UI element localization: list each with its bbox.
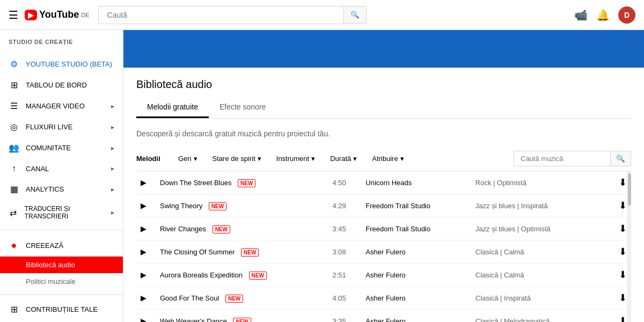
filter-gen-button[interactable]: Gen ▾ <box>173 151 203 166</box>
dashboard-icon: ⊞ <box>9 80 19 90</box>
new-badge: NEW <box>225 295 243 303</box>
song-artist: Freedom Trail Studio <box>361 194 471 217</box>
music-table: ▶ Down The Street Blues NEW 4:50 Unicorn… <box>136 171 631 322</box>
play-button[interactable]: ▶ <box>141 178 147 187</box>
sidebar-item-biblioteca[interactable]: Bibliotecă audio <box>0 257 123 273</box>
chevron-analytics: ▸ <box>111 186 114 193</box>
chevron-stare-icon: ▾ <box>258 155 261 163</box>
sidebar-label-tablou: TABLOU DE BORD <box>26 81 87 89</box>
sidebar-item-analytics[interactable]: ▦ ANALYTICS ▸ <box>0 179 123 200</box>
song-duration: 3:45 <box>328 217 362 240</box>
chevron-canal: ▸ <box>111 165 114 172</box>
sidebar-label-analytics: ANALYTICS <box>26 185 64 193</box>
filter-stare-label: Stare de spirit <box>213 155 255 163</box>
play-button[interactable]: ▶ <box>141 201 147 210</box>
table-row: ▶ Aurora Borealis Expedition NEW 2:51 As… <box>136 264 631 287</box>
sidebar: STUDIO DE CREAȚIE ⚙ YOUTUBE STUDIO (BETA… <box>0 30 123 322</box>
sidebar-label-canal: CANAL <box>26 165 49 173</box>
top-navigation: ☰ ▶ YouTube DE 🔍 📹 🔔 D <box>0 0 644 30</box>
search-music-container: 🔍 <box>514 151 631 166</box>
sidebar-item-contributiile[interactable]: ⊞ CONTRIBUȚIILE TALE <box>0 299 123 320</box>
sidebar-item-manager[interactable]: ☰ MANAGER VIDEO ▸ <box>0 96 123 116</box>
song-genre: Rock | Optimistă <box>471 171 610 194</box>
song-title: River Changes <box>160 225 206 233</box>
play-button[interactable]: ▶ <box>141 317 147 322</box>
search-music-input[interactable] <box>514 151 610 166</box>
filter-stare-button[interactable]: Stare de spirit ▾ <box>207 151 267 166</box>
download-button[interactable]: ⬇ <box>619 223 627 235</box>
sidebar-label-youtube-studio: YOUTUBE STUDIO (BETA) <box>26 60 112 68</box>
chevron-fluxuri: ▸ <box>111 123 114 131</box>
table-row: ▶ Swing Theory NEW 4:29 Freedom Trail St… <box>136 194 631 217</box>
new-badge: NEW <box>238 179 255 187</box>
table-row: ▶ River Changes NEW 3:45 Freedom Trail S… <box>136 217 631 240</box>
sidebar-item-comunitate[interactable]: 👥 COMUNITATE ▸ <box>0 137 123 158</box>
traduceri-icon: ⇄ <box>9 208 18 218</box>
song-title: Down The Street Blues <box>160 179 231 187</box>
song-title: The Closing Of Summer <box>160 248 235 256</box>
chevron-instrument-icon: ▾ <box>311 155 315 163</box>
download-button[interactable]: ⬇ <box>619 246 627 258</box>
play-button[interactable]: ▶ <box>141 247 147 256</box>
song-artist: Asher Fulero <box>361 240 471 264</box>
download-button[interactable]: ⬇ <box>619 177 627 188</box>
sidebar-item-youtube-studio[interactable]: ⚙ YOUTUBE STUDIO (BETA) <box>0 54 123 75</box>
chevron-gen-icon: ▾ <box>194 155 197 163</box>
sidebar-item-fluxuri[interactable]: ◎ FLUXURI LIVE ▸ <box>0 116 123 137</box>
download-button[interactable]: ⬇ <box>619 292 627 304</box>
chevron-durata-icon: ▾ <box>353 155 357 163</box>
tab-efecte[interactable]: Efecte sonore <box>209 97 276 118</box>
blue-banner <box>123 30 644 68</box>
song-artist: Asher Fulero <box>361 310 471 323</box>
scroll-track <box>627 171 631 322</box>
search-button[interactable]: 🔍 <box>343 6 367 24</box>
filter-bar: Melodii Gen ▾ Stare de spirit ▾ Instrume… <box>136 147 631 171</box>
song-genre: Clasică | Inspirată <box>471 287 610 310</box>
new-badge: NEW <box>213 225 230 233</box>
nav-left: ☰ ▶ YouTube DE <box>9 9 90 21</box>
download-button[interactable]: ⬇ <box>619 269 627 281</box>
sidebar-item-tablou[interactable]: ⊞ TABLOU DE BORD <box>0 75 123 96</box>
filter-durata-button[interactable]: Durată ▾ <box>325 151 362 166</box>
sidebar-item-canal[interactable]: ↑ CANAL ▸ <box>0 158 123 179</box>
play-button[interactable]: ▶ <box>141 270 147 279</box>
nav-right: 📹 🔔 D <box>574 6 635 24</box>
divider2 <box>0 294 123 295</box>
camera-icon[interactable]: 📹 <box>574 9 588 21</box>
song-genre: Clasică | Calmă <box>471 264 610 287</box>
tab-melodii[interactable]: Melodii gratuite <box>136 97 209 118</box>
play-button[interactable]: ▶ <box>141 224 147 233</box>
divider <box>0 230 123 230</box>
bell-icon[interactable]: 🔔 <box>596 9 610 21</box>
main-content: Bibliotecă audio Melodii gratuite Efecte… <box>123 30 644 322</box>
sidebar-header: STUDIO DE CREAȚIE <box>0 30 123 54</box>
scroll-thumb[interactable] <box>628 173 631 206</box>
hamburger-icon[interactable]: ☰ <box>9 9 18 21</box>
table-row: ▶ Down The Street Blues NEW 4:50 Unicorn… <box>136 171 631 194</box>
new-badge: NEW <box>209 202 226 210</box>
search-input[interactable] <box>98 6 343 24</box>
sidebar-item-creeaza[interactable]: ● CREEEAZĂ <box>0 235 123 257</box>
table-row: ▶ Web Weaver's Dance NEW 3:35 Asher Fule… <box>136 310 631 323</box>
sidebar-label-comunitate: COMUNITATE <box>26 144 71 152</box>
chevron-atribuire-icon: ▾ <box>400 155 404 163</box>
chevron-comunitate: ▸ <box>111 144 114 152</box>
sidebar-label-fluxuri: FLUXURI LIVE <box>26 123 72 131</box>
search-music-button[interactable]: 🔍 <box>610 151 631 166</box>
play-button[interactable]: ▶ <box>141 294 147 302</box>
youtube-logo[interactable]: ▶ YouTube DE <box>25 9 90 20</box>
new-badge: NEW <box>249 272 267 280</box>
sidebar-label-creeaza: CREEEAZĂ <box>26 241 63 250</box>
filter-atribuire-button[interactable]: Atribuire ▾ <box>367 151 409 166</box>
content-area: Bibliotecă audio Melodii gratuite Efecte… <box>123 68 644 322</box>
song-genre: Jazz și blues | Optimistă <box>471 217 610 240</box>
sidebar-item-politici[interactable]: Politici muzicale <box>0 273 123 290</box>
sidebar-item-traduceri[interactable]: ⇄ TRADUCERI ȘI TRANSCRIERI ▸ <box>0 200 123 225</box>
contributiile-icon: ⊞ <box>9 304 19 314</box>
song-title: Aurora Borealis Expedition <box>160 271 243 279</box>
avatar[interactable]: D <box>618 6 635 24</box>
song-title: Swing Theory <box>160 202 202 210</box>
filter-instrument-button[interactable]: Instrument ▾ <box>271 151 320 166</box>
download-button[interactable]: ⬇ <box>619 200 627 211</box>
download-button[interactable]: ⬇ <box>619 315 627 322</box>
